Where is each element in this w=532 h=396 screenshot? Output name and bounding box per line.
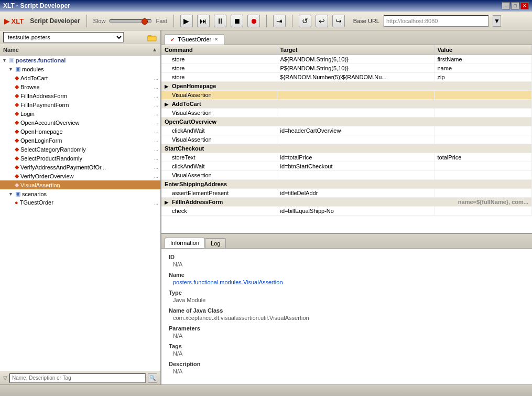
group-expander[interactable]: ▶ [165,84,168,89]
tree-item-FillInPaymentForm[interactable]: ◆ FillInPaymentForm ... [0,100,160,109]
more-icon[interactable]: ... [154,164,158,170]
close-button[interactable]: ✕ [520,2,529,9]
field-label-type: Type [169,290,525,296]
tree-item-TGuestOrder[interactable]: ● TGuestOrder ... [0,198,160,207]
tree-item-VerifyOrderOverview[interactable]: ◆ VerifyOrderOverview ... [0,172,160,180]
tree-item-VerifyAddressAndPaymentOfOr[interactable]: ◆ VerifyAddressAndPaymentOfOr... ... [0,163,160,172]
more-icon[interactable]: ... [154,93,158,99]
tree-item-OpenAccountOverview[interactable]: ◆ OpenAccountOverview ... [0,118,160,127]
group-expander[interactable]: ▶ [165,102,168,107]
table-row-highlighted[interactable]: VisualAssertion [161,91,532,100]
group-header-row[interactable]: ▶ AddToCart [161,100,532,109]
tab-log[interactable]: Log [205,238,226,248]
window-controls[interactable]: ─ □ ✕ [502,2,529,9]
undo-button[interactable]: ↩ [316,15,328,27]
group-header-row[interactable]: StartCheckout [161,144,532,153]
group-header-row[interactable]: OpenCartOverview [161,117,532,126]
tree-item-label: TGuestOrder [20,199,53,206]
tree-item-SelectProductRandomly[interactable]: ◆ SelectProductRandomly ... [0,154,160,163]
tree-item-modules[interactable]: ▼ ▣ modules [0,65,160,73]
more-icon[interactable]: ... [154,102,158,108]
more-icon[interactable]: ... [154,84,158,90]
record-button[interactable]: ⏺ [247,15,260,27]
minimize-button[interactable]: ─ [502,2,510,9]
more-icon[interactable]: ... [154,200,158,206]
table-row[interactable]: store P${RANDOM.String(5,10)} name [161,64,532,73]
redo-button[interactable]: ↪ [332,15,345,27]
left-panel: testsuite-posters Name ▲ ▼ ▣ posters.fun… [0,30,161,384]
target-cell [277,135,434,144]
more-icon[interactable]: ... [154,75,158,81]
maximize-button[interactable]: □ [511,2,519,9]
table-scroll[interactable]: Command Target Value store A${RANDOM.Str… [161,45,532,233]
table-row[interactable]: store A${RANDOM.String(6,10)} firstName [161,55,532,64]
tree-item-Login[interactable]: ◆ Login ... [0,109,160,118]
table-row[interactable]: VisualAssertion [161,109,532,117]
tree-item-FillInAddressForm[interactable]: ◆ FillInAddressForm ... [0,91,160,100]
tree-item-posters-functional[interactable]: ▼ ▣ posters.functional [0,56,160,65]
search-button[interactable]: 🔍 [148,373,157,383]
sort-icon[interactable]: ▲ [152,47,157,52]
suite-selector[interactable]: testsuite-posters [3,32,124,42]
table-row[interactable]: clickAndWait id=headerCartOverview [161,126,532,135]
speed-slider[interactable] [110,19,151,23]
table-row[interactable]: clickAndWait id=btnStartCheckout [161,162,532,171]
value-cell: firstName [434,55,532,64]
expander-icon[interactable]: ▼ [8,191,14,197]
more-icon[interactable]: ... [154,120,158,125]
more-icon[interactable]: ... [154,129,158,134]
group-header-row[interactable]: EnterShippingAddress [161,180,532,189]
col-value[interactable]: Value [434,45,532,55]
tree-item-OpenLoginForm[interactable]: ◆ OpenLoginForm ... [0,136,160,145]
tree-item-SelectCategoryRandomly[interactable]: ◆ SelectCategoryRandomly ... [0,145,160,154]
value-cell [434,171,532,180]
table-row[interactable]: VisualAssertion [161,171,532,180]
group-header-row[interactable]: ▶ FillInAddressForm name=${fullName}, co… [161,198,532,207]
base-url-dropdown[interactable]: ▼ [493,15,501,27]
more-icon[interactable]: ... [154,137,158,143]
search-input[interactable] [9,373,146,383]
more-icon[interactable]: ... [154,111,158,116]
table-row[interactable]: check id=billEqualShipp-No [161,207,532,216]
expander-icon[interactable]: ▼ [2,58,7,63]
cmd-cell: VisualAssertion [161,171,277,180]
tree-item-OpenHomepage[interactable]: ◆ OpenHomepage ... [0,127,160,136]
pause-button[interactable]: ⏸ [214,15,226,27]
more-icon[interactable]: ... [154,173,158,179]
export-button[interactable]: ⇥ [273,15,286,27]
stop-button[interactable]: ⏹ [231,15,243,27]
group-expander[interactable]: ▶ [165,200,168,205]
more-icon[interactable]: ... [154,146,158,152]
tree-item-VisualAssertion[interactable]: ◆ VisualAssertion [0,180,160,189]
tree-container[interactable]: ▼ ▣ posters.functional ▼ ▣ modules ◆ Add… [0,56,160,371]
step-button[interactable]: ⏭ [197,15,210,27]
value-cell: zip [434,73,532,82]
target-cell [277,109,434,117]
expander-icon[interactable]: ▼ [8,67,14,72]
tab-TGuestOrder[interactable]: ✔ TGuestOrder ✕ [165,34,224,45]
group-header-row[interactable]: ▶ OpenHomepage [161,82,532,91]
module-icon: ◆ [15,92,19,99]
table-row[interactable]: assertElementPresent id=titleDelAddr [161,189,532,198]
more-icon[interactable]: ... [154,155,158,161]
open-folder-button[interactable] [147,32,157,42]
tree-item-scenarios[interactable]: ▼ ▣ scenarios [0,189,160,198]
play-button[interactable]: ▶ [180,15,193,27]
table-row[interactable]: store ${RANDOM.Number(5)}${RANDOM.Nu... … [161,73,532,82]
table-row[interactable]: storeText id=totalPrice totalPrice [161,153,532,162]
col-command[interactable]: Command [161,45,277,55]
info-content: ID N/A Name posters.functional.modules.V… [161,249,532,384]
tree-item-label: Browse [20,84,40,90]
col-target[interactable]: Target [277,45,434,55]
refresh-button[interactable]: ↺ [299,15,311,27]
tree-item-AddToCart[interactable]: ◆ AddToCart ... [0,73,160,82]
tree-item-label: VerifyAddressAndPaymentOfOr... [20,164,106,170]
module-icon: ◆ [15,155,19,162]
field-label-java-class: Name of Java Class [169,307,525,314]
tab-information[interactable]: Information [165,238,205,248]
tree-item-Browse[interactable]: ◆ Browse ... [0,82,160,91]
field-value-name: posters.functional.modules.VisualAsserti… [169,279,525,285]
tab-close-button[interactable]: ✕ [214,37,219,42]
table-row[interactable]: VisualAssertion [161,135,532,144]
base-url-input[interactable] [384,15,488,27]
